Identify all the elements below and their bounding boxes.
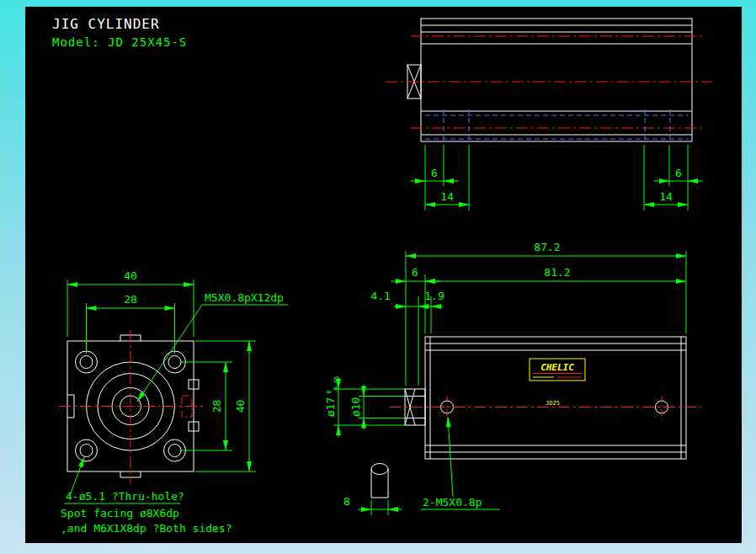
sv-dim-body-length: 81.2 bbox=[544, 266, 570, 279]
cad-drawing: JIG CYLINDER Model: JD 25X45-S bbox=[0, 0, 756, 554]
cad-viewport: JIG CYLINDER Model: JD 25X45-S bbox=[0, 0, 756, 554]
sv-callout-ports: 2-M5X0.8p bbox=[423, 496, 482, 509]
tv-dim-6-left: 6 bbox=[431, 167, 438, 179]
sv-dim-cap-step: 1.9 bbox=[424, 290, 444, 302]
sv-dim-flat-width: 8 bbox=[343, 495, 350, 508]
fv-dim-40-top: 40 bbox=[124, 269, 137, 282]
fv-dim-28-right: 28 bbox=[210, 400, 223, 413]
drawing-title: JIG CYLINDER bbox=[52, 16, 160, 32]
tv-dim-14-right: 14 bbox=[659, 190, 673, 203]
sv-dim-rod-step: 4.1 bbox=[370, 290, 390, 302]
fv-note-spot-facing: Spot facing ø8X6dp bbox=[61, 507, 179, 519]
logo-text: CHELIC bbox=[540, 362, 574, 373]
sv-dim-rod-dia: ø17 bbox=[324, 397, 337, 417]
sv-dim-rod-offset: 6 bbox=[412, 266, 418, 279]
fv-note-thru-hole: 4-ø5.1 ?Thru-hole? bbox=[66, 490, 184, 503]
drawing-model: Model: JD 25X45-S bbox=[52, 35, 187, 49]
fv-note-both-sides: ,and M6X1X8dp ?Both sides? bbox=[61, 522, 232, 535]
sv-body-mark: JD25 bbox=[546, 400, 560, 407]
sv-dim-overall: 87.2 bbox=[534, 241, 560, 253]
tv-dim-6-right: 6 bbox=[675, 167, 682, 179]
fv-callout-tap: M5X0.8pX12dp bbox=[205, 291, 284, 304]
sv-dim-rod-dia-tol-lower: -0.05 bbox=[333, 376, 340, 393]
sv-dim-bore-dia: ø10 bbox=[349, 397, 362, 417]
sv-dim-rod-dia-tol-upper: 0 bbox=[326, 390, 333, 393]
fv-dim-28-top: 28 bbox=[124, 293, 137, 306]
fv-dim-40-right: 40 bbox=[234, 400, 247, 413]
tv-dim-14-left: 14 bbox=[440, 190, 454, 203]
